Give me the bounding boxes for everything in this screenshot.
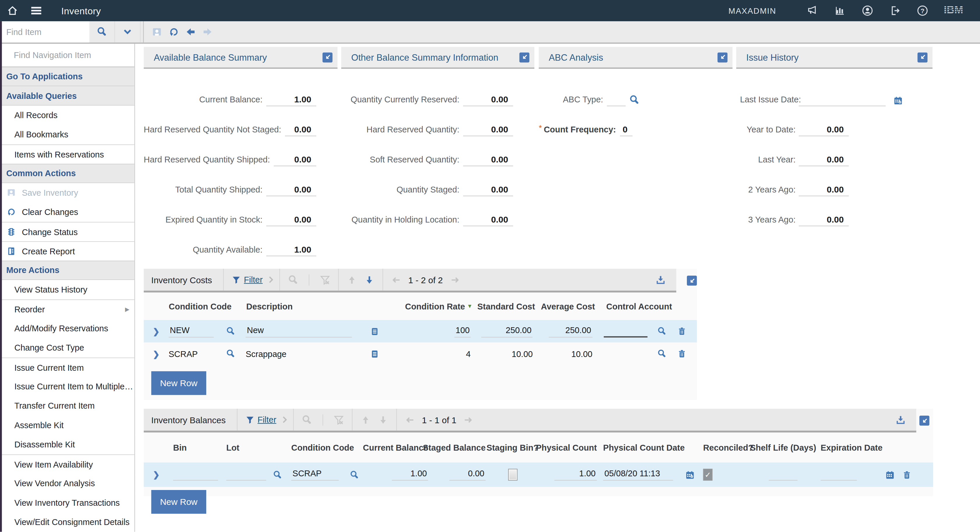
last-issue-date-calendar-icon[interactable] <box>893 96 903 106</box>
last-issue-date-field[interactable] <box>799 94 886 106</box>
help-icon[interactable]: ? <box>916 4 929 17</box>
sign-out-icon[interactable] <box>889 4 901 17</box>
previous-record-icon[interactable] <box>185 26 196 38</box>
abc-type-lookup-icon[interactable] <box>629 94 640 107</box>
bin-input[interactable] <box>173 469 218 481</box>
column-header[interactable]: Physical Count Date <box>597 443 677 452</box>
download-table-icon[interactable] <box>655 274 676 285</box>
filter-link[interactable]: Filter <box>258 415 276 424</box>
sidebar-item-view-item-availability[interactable]: View Item Availability <box>0 454 134 474</box>
reports-chart-icon[interactable] <box>834 4 846 17</box>
lot-lookup-icon[interactable] <box>272 470 291 479</box>
sidebar-item-assemble-kit[interactable]: Assemble Kit <box>0 416 134 435</box>
hamburger-menu-icon[interactable] <box>30 4 43 17</box>
column-header[interactable]: Expiration Date <box>816 443 878 452</box>
download-table-icon[interactable] <box>895 414 916 425</box>
column-header[interactable]: Description <box>246 302 371 311</box>
sidebar-item-add-modify-reservations[interactable]: Add/Modify Reservations <box>0 319 134 338</box>
inventory-costs-new-row-button[interactable]: New Row <box>151 371 207 395</box>
lot-input[interactable] <box>226 469 266 481</box>
staging-bin-checkbox[interactable] <box>508 469 517 481</box>
minimize-panel-icon[interactable] <box>918 52 928 62</box>
column-header[interactable]: Reconciled? <box>703 443 751 452</box>
description-input[interactable]: New <box>246 325 352 337</box>
delete-row-icon[interactable] <box>902 470 921 479</box>
column-header[interactable]: Staged Balance <box>428 443 485 452</box>
profile-icon[interactable] <box>861 4 874 17</box>
sidebar-item-view-inventory-transactions[interactable]: View Inventory Transactions <box>0 493 134 513</box>
physical-count-date-input[interactable]: 05/08/20 11:13 <box>603 469 673 481</box>
column-header-sorted[interactable]: Condition Rate <box>390 302 473 311</box>
condition-code-lookup-icon[interactable] <box>226 349 246 359</box>
sidebar-item-change-status[interactable]: Change Status <box>0 222 134 241</box>
staged-balance-input[interactable]: 0.00 <box>449 469 485 481</box>
minimize-inventory-balances-icon[interactable] <box>920 416 929 425</box>
long-description-icon[interactable] <box>370 327 388 336</box>
row-expander-icon[interactable] <box>144 470 169 479</box>
sidebar-item-change-cost-type[interactable]: Change Cost Type <box>0 338 134 357</box>
inventory-balances-row[interactable]: SCRAP 1.00 0.00 1.00 05/08/20 11:13 <box>144 463 933 487</box>
logged-in-user[interactable]: MAXADMIN <box>729 6 776 15</box>
filter-expand-chevron-icon[interactable] <box>266 275 275 284</box>
inventory-balances-new-row-button[interactable]: New Row <box>151 490 207 514</box>
current-balance-input[interactable]: 1.00 <box>392 469 428 481</box>
delete-row-icon[interactable] <box>677 327 697 336</box>
condition-code-lookup-icon[interactable] <box>349 470 368 479</box>
condition-rate-input[interactable]: 100 <box>454 325 471 337</box>
find-item-box[interactable] <box>0 21 89 43</box>
minimize-inventory-costs-icon[interactable] <box>687 276 697 285</box>
column-header[interactable]: Average Cost <box>535 302 595 311</box>
column-header[interactable]: Standard Cost <box>473 302 535 311</box>
filter-expand-chevron-icon[interactable] <box>280 415 290 424</box>
sidebar-item-view-edit-consignment-details[interactable]: View/Edit Consignment Details <box>0 513 134 532</box>
average-cost-input[interactable]: 250.00 <box>549 325 592 337</box>
sidebar-item-issue-current-item-multiple[interactable]: Issue Current Item to Multiple Ass... <box>0 377 134 396</box>
sidebar-item-all-bookmarks[interactable]: All Bookmarks <box>0 125 134 144</box>
sidebar-item-all-records[interactable]: All Records <box>0 105 134 125</box>
column-header[interactable]: Staging Bin? <box>485 443 539 452</box>
condition-code-lookup-icon[interactable] <box>226 327 246 336</box>
find-navigation-box[interactable] <box>0 44 134 67</box>
inventory-costs-row[interactable]: NEW New 100 250.00 250.00 <box>144 320 697 342</box>
next-row-icon[interactable] <box>364 274 375 285</box>
standard-cost-input[interactable]: 250.00 <box>482 325 533 337</box>
filter-icon[interactable] <box>231 275 241 285</box>
shelf-life-input[interactable] <box>769 469 798 481</box>
find-navigation-input[interactable] <box>0 51 134 60</box>
control-account-input[interactable] <box>604 325 648 337</box>
column-header[interactable]: Condition Code <box>169 302 226 311</box>
sidebar-header-queries[interactable]: Available Queries <box>0 86 134 105</box>
sidebar-header-go-to[interactable]: Go To Applications <box>0 67 134 86</box>
control-account-lookup-icon[interactable] <box>657 327 677 336</box>
sidebar-item-clear-changes[interactable]: Clear Changes <box>0 202 134 221</box>
filter-icon[interactable] <box>245 415 255 425</box>
sidebar-item-reorder[interactable]: Reorder <box>0 299 134 319</box>
sidebar-item-transfer-current-item[interactable]: Transfer Current Item <box>0 397 134 416</box>
minimize-panel-icon[interactable] <box>718 52 727 62</box>
minimize-panel-icon[interactable] <box>519 52 530 62</box>
search-button[interactable] <box>89 21 115 43</box>
minimize-panel-icon[interactable] <box>323 52 332 62</box>
column-header[interactable]: Control Account <box>595 302 670 311</box>
sidebar-item-issue-current-item[interactable]: Issue Current Item <box>0 358 134 377</box>
physical-count-input[interactable]: 1.00 <box>554 469 597 481</box>
advanced-search-dropdown[interactable] <box>115 21 141 43</box>
clear-changes-icon[interactable] <box>168 26 180 38</box>
column-header[interactable]: Bin <box>169 443 224 452</box>
inventory-costs-row[interactable]: SCRAP Scrappage 4 10.00 10.00 <box>144 342 697 365</box>
reconciled-checkbox[interactable] <box>703 469 713 481</box>
column-header[interactable]: Physical Count <box>539 443 597 452</box>
column-header[interactable]: Lot <box>224 443 272 452</box>
sidebar-item-view-status-history[interactable]: View Status History <box>0 280 134 299</box>
column-header[interactable]: Current Balance <box>368 443 428 452</box>
row-expander-icon[interactable] <box>144 349 169 358</box>
expiration-date-input[interactable] <box>821 469 857 481</box>
physical-count-date-calendar-icon[interactable] <box>677 470 703 479</box>
find-item-input[interactable] <box>0 27 89 37</box>
filter-link[interactable]: Filter <box>244 275 262 284</box>
home-icon[interactable] <box>6 4 19 17</box>
announcements-icon[interactable] <box>806 4 819 17</box>
long-description-icon[interactable] <box>370 349 388 358</box>
delete-row-icon[interactable] <box>677 349 697 359</box>
sidebar-item-view-vendor-analysis[interactable]: View Vendor Analysis <box>0 474 134 493</box>
